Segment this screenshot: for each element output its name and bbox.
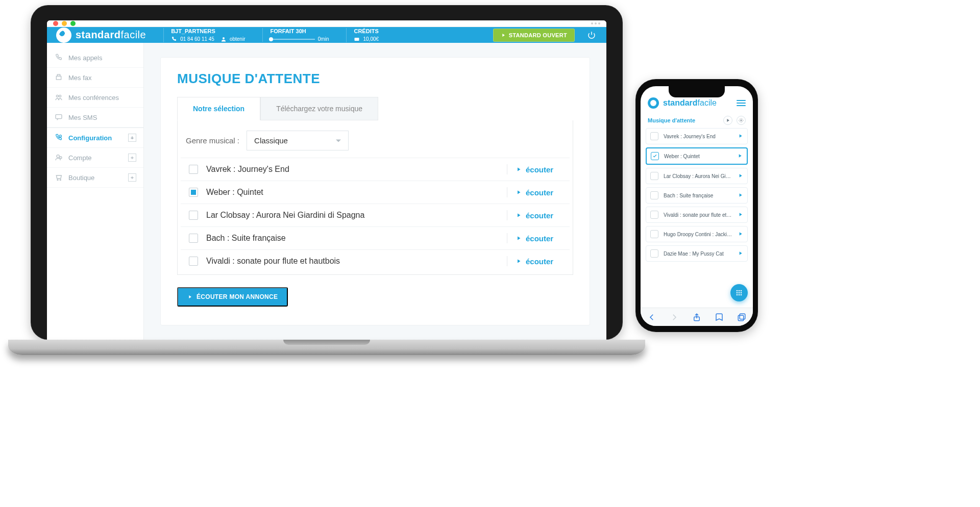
sidebar-item-mes-appels[interactable]: Mes appels — [47, 48, 143, 68]
play-icon[interactable] — [738, 133, 743, 140]
listen-announce-button[interactable]: ÉCOUTER MON ANNONCE — [177, 287, 288, 307]
track-checkbox[interactable] — [650, 172, 658, 180]
track-checkbox[interactable] — [650, 211, 658, 219]
forward-icon[interactable] — [670, 313, 679, 322]
tabs-icon[interactable] — [737, 313, 746, 322]
track-checkbox[interactable] — [189, 234, 198, 243]
play-icon[interactable] — [737, 153, 743, 160]
mobile-track-item[interactable]: Weber : Quintet — [646, 147, 748, 165]
sidebar-item-mes-fax[interactable]: Mes fax — [47, 68, 143, 88]
svg-rect-23 — [740, 314, 745, 319]
window-min-dot[interactable] — [62, 21, 67, 26]
main-content: MUSIQUE D'ATTENTE Notre sélection Téléch… — [144, 43, 606, 340]
back-icon[interactable] — [647, 313, 656, 322]
mobile-track-item[interactable]: Dazie Mae : My Pussy Cat — [646, 245, 748, 262]
brand-bold: standard — [663, 98, 698, 107]
group-icon — [54, 93, 63, 102]
partner-phone: 01 84 60 11 45 — [180, 36, 214, 42]
genre-select[interactable]: Classique — [247, 131, 349, 150]
bookmarks-icon[interactable] — [715, 313, 724, 322]
listen-button[interactable]: écouter — [516, 188, 561, 197]
play-icon[interactable] — [738, 173, 743, 180]
listen-button[interactable]: écouter — [516, 211, 561, 220]
listen-button[interactable]: écouter — [516, 234, 561, 243]
play-icon[interactable] — [738, 212, 743, 218]
share-icon[interactable] — [692, 313, 701, 322]
cart-icon — [54, 173, 63, 182]
sidebar-item-configuration[interactable]: Configuration + — [47, 128, 143, 148]
dialpad-fab[interactable] — [730, 284, 748, 301]
standard-open-button[interactable]: STANDARD OUVERT — [493, 29, 575, 42]
listen-button[interactable]: écouter — [516, 165, 561, 174]
track-checkbox[interactable] — [189, 211, 198, 220]
window-close-dot[interactable] — [53, 21, 58, 26]
track-checkbox[interactable] — [189, 257, 198, 266]
expand-icon[interactable]: + — [128, 173, 136, 182]
track-checkbox[interactable] — [650, 249, 658, 258]
tabpanel: Genre musical : Classique Vavrek : Journ… — [177, 120, 573, 275]
mobile-track-item[interactable]: Vivaldi : sonate pour flute et haut — [646, 207, 748, 223]
track-title: Vavrek : Journey's End — [206, 165, 289, 174]
call-icon — [54, 53, 63, 62]
settings-icon[interactable] — [737, 116, 746, 125]
phone-frame: standardfacile Musique d'attente Vavrek … — [635, 79, 758, 332]
sidebar: Mes appels Mes fax Mes conférences Mes S… — [47, 43, 144, 340]
sidebar-item-mes-sms[interactable]: Mes SMS — [47, 108, 143, 128]
track-title: Weber : Quintet — [206, 188, 263, 197]
power-icon[interactable] — [586, 30, 597, 41]
play-icon — [516, 189, 522, 195]
brand-logo-text[interactable]: standardfacile — [663, 98, 717, 108]
svg-rect-3 — [57, 74, 60, 76]
partner-obtenir[interactable]: obtenir — [230, 36, 246, 42]
tabs: Notre sélection Téléchargez votre musiqu… — [177, 97, 573, 120]
sidebar-item-compte[interactable]: Compte + — [47, 148, 143, 168]
forfait-block: FORFAIT 30H 0min — [262, 28, 329, 42]
track-checkbox[interactable] — [650, 132, 658, 140]
mobile-track-item[interactable]: Hugo Droopy Contini : Jackies Id — [646, 226, 748, 242]
mobile-track-item[interactable]: Vavrek : Journey's End — [646, 128, 748, 144]
listen-label: écouter — [526, 257, 553, 266]
svg-point-12 — [741, 120, 742, 121]
play-icon[interactable] — [738, 231, 743, 238]
track-checkbox[interactable] — [651, 152, 659, 160]
sidebar-item-boutique[interactable]: Boutique + — [47, 168, 143, 188]
sidebar-item-label: Mes conférences — [68, 94, 119, 102]
page-title: MUSIQUE D'ATTENTE — [177, 71, 573, 87]
track-title: Vavrek : Journey's End — [664, 134, 732, 139]
phone-mockup: standardfacile Musique d'attente Vavrek … — [635, 79, 758, 332]
sidebar-item-mes-conferences[interactable]: Mes conférences — [47, 88, 143, 108]
brand-logo[interactable]: standardfacile — [56, 28, 146, 43]
play-icon[interactable] — [738, 250, 743, 257]
track-checkbox[interactable] — [650, 230, 658, 238]
listen-button[interactable]: écouter — [516, 257, 561, 266]
svg-point-16 — [737, 292, 738, 294]
play-icon[interactable] — [738, 192, 743, 199]
expand-icon[interactable]: + — [128, 154, 136, 162]
phone-screen: standardfacile Musique d'attente Vavrek … — [641, 86, 753, 326]
mobile-track-item[interactable]: Lar Clobsay : Aurora Nei Giardini — [646, 168, 748, 184]
svg-point-4 — [56, 95, 58, 97]
expand-icon[interactable]: + — [128, 134, 136, 142]
track-title: Hugo Droopy Contini : Jackies Id — [664, 232, 732, 237]
genre-value: Classique — [254, 136, 288, 145]
brand-light: facile — [120, 29, 146, 40]
sidebar-item-label: Mes appels — [68, 54, 102, 62]
track-checkbox[interactable] — [189, 188, 198, 197]
track-checkbox[interactable] — [189, 165, 198, 174]
mobile-track-item[interactable]: Bach : Suite française — [646, 187, 748, 204]
svg-point-19 — [737, 294, 738, 296]
play-all-icon[interactable] — [723, 116, 732, 125]
more-menu-icon[interactable] — [591, 22, 600, 24]
svg-rect-2 — [56, 76, 61, 80]
listen-label: écouter — [526, 211, 553, 220]
window-max-dot[interactable] — [70, 21, 76, 26]
tab-upload-music[interactable]: Téléchargez votre musique — [260, 97, 378, 120]
listen-label: écouter — [526, 165, 553, 174]
svg-point-5 — [59, 95, 61, 97]
track-row: Bach : Suite française écouter — [181, 226, 570, 249]
credits-value: 10,00€ — [363, 36, 379, 42]
track-row: Vivaldi : sonate pour flute et hautbois … — [181, 249, 570, 272]
tab-notre-selection[interactable]: Notre sélection — [177, 97, 260, 120]
menu-icon[interactable] — [737, 100, 746, 106]
track-checkbox[interactable] — [650, 191, 658, 199]
